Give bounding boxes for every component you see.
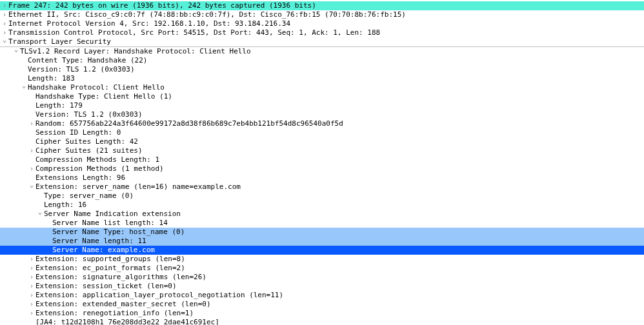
- record-version-field[interactable]: Version: TLS 1.2 (0x0303): [0, 65, 644, 74]
- ext-ems[interactable]: Extension: extended_master_secret (len=0…: [0, 300, 644, 309]
- ext-ec-point-formats-text: Extension: ec_point_formats (len=2): [35, 264, 185, 273]
- expand-icon[interactable]: [1, 19, 8, 28]
- handshake-version-text: Version: TLS 1.2 (0x0303): [35, 110, 143, 119]
- server-name-text: Server Name: example.com: [52, 246, 155, 255]
- sn-name-len-field[interactable]: Server Name length: 11: [0, 237, 644, 246]
- expand-icon[interactable]: [28, 255, 35, 264]
- ext-renegotiation-info[interactable]: Extension: renegotiation_info (len=1): [0, 309, 644, 318]
- sn-list-len-text: Server Name list length: 14: [52, 219, 168, 228]
- server-name-field[interactable]: Server Name: example.com: [0, 246, 644, 255]
- ext-supported-groups[interactable]: Extension: supported_groups (len=8): [0, 255, 644, 264]
- ext-session-ticket-text: Extension: session_ticket (len=0): [35, 282, 177, 291]
- sni-text: Server Name Indication extension: [43, 210, 181, 219]
- ext-alpn-text: Extension: application_layer_protocol_ne…: [35, 291, 283, 300]
- tcp-header[interactable]: Transmission Control Protocol, Src Port:…: [0, 28, 644, 37]
- sn-type-field[interactable]: Type: server_name (0): [0, 192, 644, 201]
- sn-name-type-text: Server Name Type: host_name (0): [52, 228, 185, 237]
- expand-icon[interactable]: [28, 273, 35, 282]
- expand-icon[interactable]: [28, 291, 35, 300]
- ext-ec-point-formats[interactable]: Extension: ec_point_formats (len=2): [0, 264, 644, 273]
- ethernet-text: Ethernet II, Src: Cisco_c9:c0:7f (74:88:…: [8, 10, 406, 19]
- tls-record[interactable]: TLSv1.2 Record Layer: Handshake Protocol…: [0, 47, 644, 56]
- tls-header[interactable]: Transport Layer Security: [0, 37, 644, 46]
- tls-record-text: TLSv1.2 Record Layer: Handshake Protocol…: [19, 47, 251, 56]
- frame-header[interactable]: Frame 247: 242 bytes on wire (1936 bits)…: [0, 1, 644, 10]
- frame-text: Frame 247: 242 bytes on wire (1936 bits)…: [8, 1, 316, 10]
- handshake-proto[interactable]: Handshake Protocol: Client Hello: [0, 83, 644, 92]
- ext-server-name-text: Extension: server_name (len=16) name=exa…: [35, 182, 241, 192]
- content-type-field[interactable]: Content Type: Handshake (22): [0, 56, 644, 65]
- sn-type-text: Type: server_name (0): [43, 192, 134, 201]
- ip-text: Internet Protocol Version 4, Src: 192.16…: [8, 19, 290, 28]
- sn-name-type-field[interactable]: Server Name Type: host_name (0): [0, 228, 644, 237]
- ext-len-field[interactable]: Extensions Length: 96: [0, 173, 644, 182]
- ext-signature-algorithms-text: Extension: signature_algorithms (len=26): [35, 273, 206, 282]
- expand-icon[interactable]: [28, 300, 35, 309]
- collapse-icon[interactable]: [28, 182, 35, 192]
- expand-icon[interactable]: [1, 10, 8, 19]
- ext-signature-algorithms[interactable]: Extension: signature_algorithms (len=26): [0, 273, 644, 282]
- record-length-field[interactable]: Length: 183: [0, 74, 644, 83]
- sni-ext[interactable]: Server Name Indication extension: [0, 210, 644, 219]
- cipher-len-text: Cipher Suites Length: 42: [35, 137, 138, 146]
- handshake-proto-text: Handshake Protocol: Client Hello: [27, 83, 165, 92]
- comp-methods-text: Compression Methods (1 method): [35, 164, 164, 173]
- handshake-length-text: Length: 179: [35, 101, 83, 110]
- handshake-version-field[interactable]: Version: TLS 1.2 (0x0303): [0, 110, 644, 119]
- handshake-length-field[interactable]: Length: 179: [0, 101, 644, 110]
- random-field[interactable]: Random: 657756ab224a3f64600e99172a8d38f8…: [0, 119, 644, 128]
- comp-len-field[interactable]: Compression Methods Length: 1: [0, 155, 644, 164]
- ext-alpn[interactable]: Extension: application_layer_protocol_ne…: [0, 291, 644, 300]
- collapse-icon[interactable]: [1, 37, 8, 46]
- sn-list-len-field[interactable]: Server Name list length: 14: [0, 219, 644, 228]
- collapse-icon[interactable]: [37, 210, 43, 219]
- collapse-icon[interactable]: [21, 83, 27, 92]
- handshake-type-field[interactable]: Handshake Type: Client Hello (1): [0, 92, 644, 101]
- ext-ems-text: Extension: extended_master_secret (len=0…: [35, 300, 211, 309]
- cipher-suites-text: Cipher Suites (21 suites): [35, 146, 143, 155]
- cipher-suites-field[interactable]: Cipher Suites (21 suites): [0, 146, 644, 155]
- sn-length-text: Length: 16: [43, 201, 86, 210]
- sn-length-field[interactable]: Length: 16: [0, 201, 644, 210]
- expand-icon[interactable]: [1, 1, 8, 10]
- expand-icon[interactable]: [28, 164, 35, 173]
- expand-icon[interactable]: [28, 146, 35, 155]
- sn-name-len-text: Server Name length: 11: [52, 237, 146, 246]
- expand-icon[interactable]: [28, 119, 35, 128]
- tls-text: Transport Layer Security: [8, 37, 111, 46]
- collapse-icon[interactable]: [13, 47, 19, 56]
- record-version-text: Version: TLS 1.2 (0x0303): [27, 65, 135, 74]
- handshake-type-text: Handshake Type: Client Hello (1): [35, 92, 172, 101]
- ext-len-text: Extensions Length: 96: [35, 173, 125, 182]
- random-text: Random: 657756ab224a3f64600e99172a8d38f8…: [35, 119, 343, 128]
- expand-icon[interactable]: [28, 264, 35, 273]
- packet-details-pane: Frame 247: 242 bytes on wire (1936 bits)…: [0, 0, 644, 325]
- comp-methods-field[interactable]: Compression Methods (1 method): [0, 164, 644, 173]
- comp-len-text: Compression Methods Length: 1: [35, 155, 159, 164]
- ja4-text: [JA4: t12d2108h1_76e208dd3e22_2dae41c691…: [35, 318, 219, 325]
- ext-supported-groups-text: Extension: supported_groups (len=8): [35, 255, 185, 264]
- session-id-len-text: Session ID Length: 0: [35, 128, 121, 137]
- record-length-text: Length: 183: [27, 74, 75, 83]
- cipher-len-field[interactable]: Cipher Suites Length: 42: [0, 137, 644, 146]
- ethernet-header[interactable]: Ethernet II, Src: Cisco_c9:c0:7f (74:88:…: [0, 10, 644, 19]
- ja4-field[interactable]: [JA4: t12d2108h1_76e208dd3e22_2dae41c691…: [0, 318, 644, 325]
- ext-server-name[interactable]: Extension: server_name (len=16) name=exa…: [0, 182, 644, 192]
- ext-renegotiation-info-text: Extension: renegotiation_info (len=1): [35, 309, 194, 318]
- session-id-len-field[interactable]: Session ID Length: 0: [0, 128, 644, 137]
- content-type-text: Content Type: Handshake (22): [27, 56, 147, 65]
- expand-icon[interactable]: [28, 309, 35, 318]
- ext-session-ticket[interactable]: Extension: session_ticket (len=0): [0, 282, 644, 291]
- expand-icon[interactable]: [28, 282, 35, 291]
- ip-header[interactable]: Internet Protocol Version 4, Src: 192.16…: [0, 19, 644, 28]
- tcp-text: Transmission Control Protocol, Src Port:…: [8, 28, 380, 37]
